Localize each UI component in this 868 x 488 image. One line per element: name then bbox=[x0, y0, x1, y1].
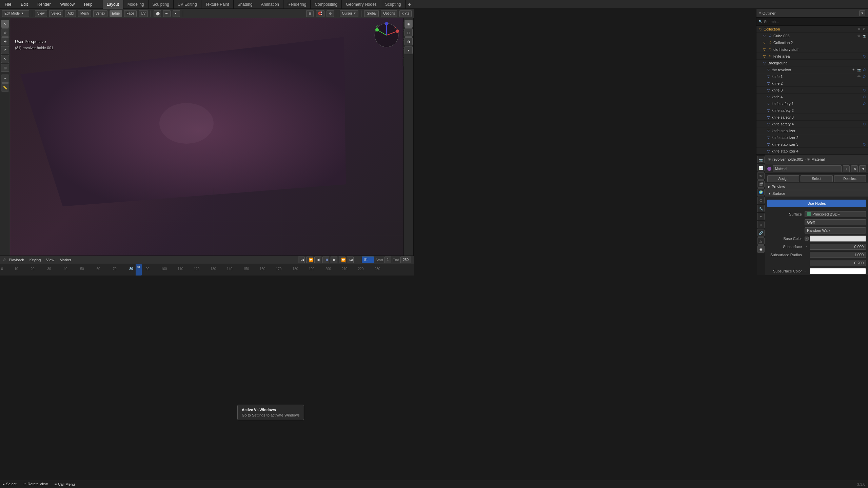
tab-animation[interactable]: Animation bbox=[257, 0, 283, 9]
nav-gizmo[interactable]: X Y Z bbox=[373, 22, 400, 49]
prop-tab-material[interactable]: ◉ bbox=[757, 245, 765, 253]
tab-modeling[interactable]: Modeling bbox=[123, 0, 149, 9]
material-browse-btn[interactable]: ▼ bbox=[859, 165, 866, 172]
xyz-toggle[interactable]: X Y Z bbox=[399, 10, 412, 17]
tool-move[interactable]: ✛ bbox=[1, 37, 9, 45]
outliner-item-knife3[interactable]: ▽ knife 3 ⬡ bbox=[756, 87, 868, 94]
vertex-select-btn[interactable]: ⬤ bbox=[154, 10, 161, 17]
link-btn[interactable]: ⬡ bbox=[862, 95, 867, 99]
surface-value-field[interactable]: Principled BSDF bbox=[805, 211, 866, 217]
tab-compositing[interactable]: Compositing bbox=[311, 0, 342, 9]
search-input[interactable] bbox=[764, 20, 866, 24]
play-pause[interactable]: ⏸ bbox=[322, 257, 329, 263]
outliner-item-knifestab[interactable]: ▽ knife stabilizer bbox=[756, 127, 868, 134]
tool-scale[interactable]: ⤡ bbox=[1, 55, 9, 63]
tab-geometry-nodes[interactable]: Geometry Nodes bbox=[342, 0, 381, 9]
tab-sculpting[interactable]: Sculpting bbox=[149, 0, 174, 9]
tool-rotate[interactable]: ↺ bbox=[1, 46, 9, 54]
prop-tab-modifier[interactable]: 🔧 bbox=[757, 205, 765, 212]
outliner-item-collection2[interactable]: ▽ ⬡ Collection 2 bbox=[756, 39, 868, 46]
subsurface-value[interactable]: 0.000 bbox=[810, 244, 866, 250]
vertex-menu[interactable]: Vertex bbox=[93, 10, 107, 17]
link-btn[interactable]: ⬡ bbox=[862, 122, 867, 126]
subsurface-radius-value[interactable]: 1.000 bbox=[810, 252, 866, 258]
prop-tab-output[interactable]: 📊 bbox=[757, 164, 765, 171]
prop-tab-scene[interactable]: 🎬 bbox=[757, 180, 765, 188]
uv-menu[interactable]: UV bbox=[139, 10, 148, 17]
prop-tab-constraints[interactable]: 🔗 bbox=[757, 229, 765, 237]
shading-wire[interactable]: ◻ bbox=[405, 28, 413, 37]
outliner-item-collection[interactable]: ⬡ Collection 👁 ⊙ bbox=[756, 26, 868, 33]
play-prev[interactable]: ◀ bbox=[314, 257, 321, 263]
end-frame-box[interactable]: 250 bbox=[400, 257, 411, 263]
outliner-search[interactable]: 🔍 bbox=[756, 18, 868, 26]
link-btn[interactable]: ⬡ bbox=[862, 88, 867, 93]
prop-tab-world[interactable]: 🌍 bbox=[757, 188, 765, 196]
playback-menu[interactable]: Playback bbox=[9, 258, 24, 262]
tool-select[interactable]: ↖ bbox=[1, 20, 9, 28]
start-frame-box[interactable]: 1 bbox=[384, 257, 391, 263]
prop-tab-particles[interactable]: ✦ bbox=[757, 213, 765, 220]
link-btn[interactable]: ⬡ bbox=[862, 74, 867, 79]
select-menu[interactable]: Select bbox=[49, 10, 63, 17]
cursor-dropdown[interactable]: Cursor ▼ bbox=[340, 10, 359, 17]
viewport-3d[interactable]: User Perspective (81) revolver holde.001… bbox=[10, 18, 414, 256]
subsurface-method-value[interactable]: Random Walk bbox=[805, 227, 866, 233]
link-btn[interactable]: ⬡ bbox=[862, 142, 867, 147]
camera-btn[interactable]: 📷 bbox=[856, 67, 861, 72]
outliner-item-knifearea[interactable]: ▽ ⬡ knife area ⬡ bbox=[756, 53, 868, 60]
outliner-item-revolver[interactable]: ▽ the revolver 👁 📷 ⬡ bbox=[756, 66, 868, 73]
shading-solid[interactable]: ◉ bbox=[405, 20, 413, 28]
edge-menu[interactable]: Edge bbox=[110, 10, 122, 17]
shading-render[interactable]: ● bbox=[405, 46, 413, 54]
face-select-btn[interactable]: ▪ bbox=[173, 10, 180, 17]
edge-select-btn[interactable]: ━ bbox=[163, 10, 171, 17]
camera-btn[interactable]: 📷 bbox=[862, 34, 867, 38]
menu-file[interactable]: File bbox=[3, 1, 13, 7]
select-btn[interactable]: ⊙ bbox=[862, 27, 867, 32]
preview-section-header[interactable]: ▶ Preview bbox=[765, 183, 868, 190]
outliner-item-knife2[interactable]: ▽ knife 2 bbox=[756, 80, 868, 87]
tab-layout[interactable]: Layout bbox=[103, 0, 123, 9]
options-btn[interactable]: Options bbox=[381, 10, 397, 17]
marker-menu[interactable]: Marker bbox=[60, 258, 71, 262]
use-nodes-btn[interactable]: Use Nodes bbox=[767, 200, 866, 207]
transform-pivot[interactable]: ⊕ bbox=[306, 10, 314, 17]
prop-tab-physics[interactable]: ⚛ bbox=[757, 221, 765, 228]
mesh-menu[interactable]: Mesh bbox=[78, 10, 91, 17]
prop-tab-data[interactable]: △ bbox=[757, 237, 765, 245]
keying-menu[interactable]: Keying bbox=[29, 258, 41, 262]
current-frame-box[interactable]: 81 bbox=[362, 257, 374, 263]
tab-texture-paint[interactable]: Texture Paint bbox=[201, 0, 234, 9]
snap-toggle[interactable]: 🧲 bbox=[316, 10, 324, 17]
distribution-value[interactable]: GGX bbox=[805, 219, 866, 225]
outliner-item-knifesafety3[interactable]: ▽ knife safety 3 bbox=[756, 114, 868, 121]
view-menu-tl[interactable]: View bbox=[46, 258, 54, 262]
material-new-btn[interactable]: + bbox=[843, 165, 850, 172]
outliner-item-knifestab3[interactable]: ▽ knife stabilizer 3 ⬡ bbox=[756, 141, 868, 148]
tool-cursor[interactable]: ⊕ bbox=[1, 28, 9, 37]
subsurface-color-swatch[interactable] bbox=[810, 268, 866, 274]
visibility-btn[interactable]: 👁 bbox=[851, 67, 856, 72]
timeline-ruler[interactable]: 0 10 20 30 40 50 60 70 80 90 100 110 120… bbox=[0, 264, 414, 276]
outliner-item-knifestab4[interactable]: ▽ knife stabilizer 4 bbox=[756, 148, 868, 154]
outliner-item-knifestab2[interactable]: ▽ knife stabilizer 2 bbox=[756, 134, 868, 141]
link-btn[interactable]: ⬡ bbox=[862, 67, 867, 72]
play-prev-frame[interactable]: ⏪ bbox=[306, 257, 313, 263]
shading-material[interactable]: ◑ bbox=[405, 37, 413, 45]
surface-section-header[interactable]: ▼ Surface bbox=[765, 190, 868, 197]
outliner-item-background[interactable]: ▽ Background bbox=[756, 60, 868, 66]
visibility-btn[interactable]: 👁 bbox=[856, 34, 861, 38]
menu-render[interactable]: Render bbox=[35, 1, 53, 7]
menu-help[interactable]: Help bbox=[82, 1, 95, 7]
tool-transform[interactable]: ⊞ bbox=[1, 64, 9, 72]
outliner-item-knifesafety1[interactable]: ▽ knife safety 1 ⬡ bbox=[756, 100, 868, 107]
subsurface-radius2-value[interactable]: 0.200 bbox=[810, 260, 866, 266]
view-menu[interactable]: View bbox=[35, 10, 47, 17]
tab-uv-editing[interactable]: UV Editing bbox=[174, 0, 201, 9]
add-menu[interactable]: Add bbox=[65, 10, 76, 17]
material-name-input[interactable]: Material bbox=[773, 165, 842, 172]
tab-scripting[interactable]: Scripting bbox=[381, 0, 406, 9]
outliner-item-knife1[interactable]: ▽ knife 1 👁 ⬡ bbox=[756, 73, 868, 80]
deselect-btn[interactable]: Deselect bbox=[834, 175, 866, 182]
